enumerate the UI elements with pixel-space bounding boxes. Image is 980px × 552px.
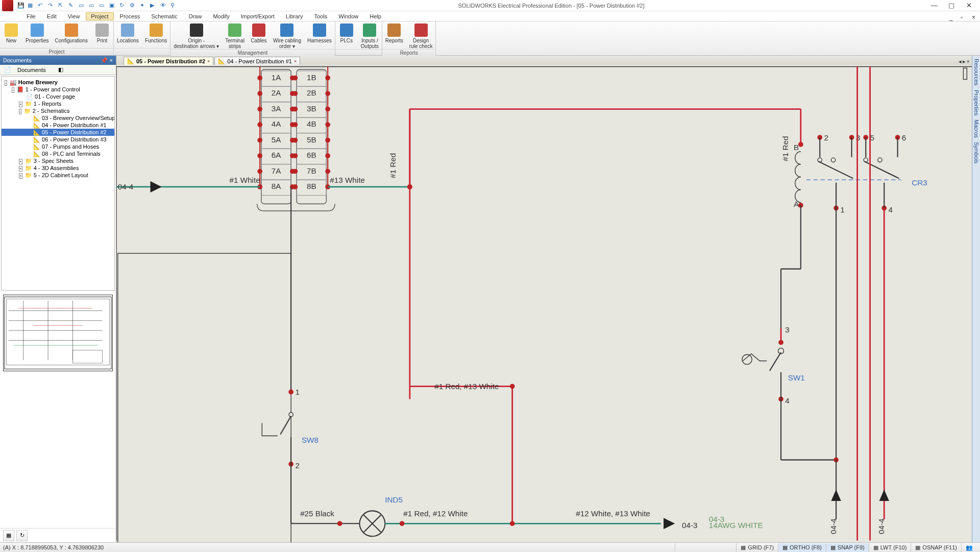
minimize-button[interactable]: — [927, 1, 941, 10]
menu-tools[interactable]: Tools [309, 12, 332, 20]
qat-icon[interactable]: ✎ [68, 2, 76, 9]
menu-modify[interactable]: Modify [208, 12, 234, 20]
ribbon-button[interactable]: Locations [114, 21, 142, 48]
menu-edit[interactable]: Edit [42, 12, 62, 20]
tab-close-icon[interactable]: × [967, 58, 970, 65]
mdi-minimize-icon[interactable]: _ [944, 13, 954, 20]
ribbon-button[interactable]: Configurations [52, 21, 91, 48]
menu-import-export[interactable]: Import/Export [236, 12, 280, 20]
mdi-restore-icon[interactable]: ▫ [955, 13, 966, 20]
status-toggle[interactable]: ▦SNAP (F9) [826, 543, 869, 552]
status-toggle[interactable]: ▦ORTHO (F8) [778, 543, 826, 552]
tree-item[interactable]: + 📁 4 - 3D Assemblies [2, 164, 114, 172]
doc-tab[interactable]: 📐 04 - Power Distribution #1 × [214, 57, 300, 65]
tree-item[interactable]: - 📁 2 - Schematics [2, 107, 114, 114]
ribbon-button[interactable]: Terminal strips [222, 21, 248, 49]
mdi-close-icon[interactable]: × [967, 13, 977, 20]
qat-icon[interactable]: ↻ [119, 2, 127, 9]
tree-item[interactable]: + 📁 5 - 2D Cabinet Layout [2, 172, 114, 179]
menu-schematic[interactable]: Schematic [146, 12, 182, 20]
qat-icon[interactable]: ✦ [140, 2, 147, 9]
schematic-canvas[interactable]: 1A1B2A2B3A3B4A4B5A5B6A6B7A7B8A8B#1 White… [116, 65, 972, 542]
status-users-icon[interactable]: 👥 [961, 543, 977, 552]
qat-icon[interactable]: ⚲ [170, 2, 178, 9]
documents-panel: Documents 📌 × 📄 Documents ◧ - 🏭 Home Bre… [0, 56, 116, 542]
ribbon-button[interactable]: Properties [22, 21, 52, 48]
ribbon-button[interactable]: Functions [142, 21, 170, 48]
tree-expander-icon[interactable]: + [19, 173, 22, 179]
panel-close-icon[interactable]: × [110, 57, 113, 64]
tab-prev-icon[interactable]: ◂ [959, 58, 962, 65]
pin-icon[interactable]: 📌 [101, 57, 108, 64]
qat-icon[interactable]: ▶ [150, 2, 157, 9]
rail-properties[interactable]: Properties [973, 90, 979, 115]
tree-item[interactable]: 📄 01 - Cover page [2, 93, 114, 100]
documents-panel-header[interactable]: Documents 📌 × [0, 56, 116, 65]
qat-redo-icon[interactable]: ↷ [48, 2, 55, 9]
ribbon-button[interactable]: Print [91, 21, 113, 48]
tree-item[interactable]: 📐 07 - Pumps and Hoses [2, 143, 114, 150]
tree-expander-icon[interactable]: - [19, 109, 21, 114]
qat-new-icon[interactable]: ▦ [28, 2, 35, 9]
menu-process[interactable]: Process [115, 12, 145, 20]
ribbon-button[interactable]: PLCs [335, 21, 358, 49]
menu-project[interactable]: Project [86, 12, 113, 20]
tree-item[interactable]: 📐 04 - Power Distribution #1 [2, 122, 114, 129]
ribbon-button[interactable]: Origin - destination arrows ▾ [170, 21, 222, 49]
tree-item[interactable]: 📐 05 - Power Distribution #2 [2, 129, 114, 136]
qat-icon[interactable]: ▭ [99, 2, 106, 9]
close-button[interactable]: ✕ [962, 1, 976, 10]
qat-icon[interactable]: ⇱ [58, 2, 65, 9]
ribbon-button[interactable]: Design rule check [406, 21, 436, 49]
drawing-thumbnail[interactable] [3, 295, 113, 371]
tree-item[interactable]: + 📁 3 - Spec Sheets [2, 157, 114, 164]
qat-icon[interactable]: ▭ [89, 2, 96, 9]
qat-icon[interactable]: ▣ [109, 2, 116, 9]
rail-symbols[interactable]: Symbols [973, 142, 979, 163]
status-toggle[interactable]: ▦LWT (F10) [869, 543, 911, 552]
tree-item[interactable]: 📐 06 - Power Distribution #3 [2, 136, 114, 143]
tree-expander-icon[interactable]: + [19, 159, 22, 164]
rail-resources[interactable]: Resources [973, 59, 979, 86]
qat-icon[interactable]: 👁 [160, 2, 167, 9]
svg-text:04-4: 04-4 [118, 182, 134, 191]
ribbon-button[interactable]: New [0, 21, 22, 48]
doc-tab-close-icon[interactable]: × [294, 59, 297, 64]
qat-save-icon[interactable]: 💾 [17, 2, 24, 9]
tree-item[interactable]: 📐 08 - PLC and Terminals [2, 150, 114, 157]
ribbon-button[interactable]: Cables [248, 21, 270, 49]
menu-draw[interactable]: Draw [184, 12, 207, 20]
qat-icon[interactable]: ⚙ [130, 2, 137, 9]
ribbon-button[interactable]: Reports [382, 21, 406, 49]
tree-expander-icon[interactable]: - [12, 87, 14, 93]
rail-macros[interactable]: Macros [973, 119, 979, 138]
panel-tab-documents[interactable]: 📄 Documents [0, 65, 54, 75]
tab-next-icon[interactable]: ▸ [963, 58, 966, 65]
tree-item[interactable]: 📐 03 - Brewery Overview/Setup [2, 114, 114, 122]
qat-icon[interactable]: ▭ [79, 2, 86, 9]
ribbon-button[interactable]: Harnesses [304, 21, 335, 49]
panel-btn-refresh[interactable]: ↻ [16, 530, 28, 541]
menu-library[interactable]: Library [281, 12, 308, 20]
tree-expander-icon[interactable]: + [19, 102, 22, 107]
ribbon-button[interactable]: Inputs / Outputs [358, 21, 382, 49]
documents-tree[interactable]: - 🏭 Home Brewery- 📕 1 - Power and Contro… [1, 76, 115, 291]
status-toggle[interactable]: ▦OSNAP (F11) [911, 543, 961, 552]
tree-expander-icon[interactable]: - [5, 80, 7, 86]
menu-file[interactable]: File [21, 12, 41, 20]
ribbon-button[interactable]: Wire cabling order ▾ [270, 21, 304, 49]
tree-item[interactable]: - 📕 1 - Power and Control [2, 86, 114, 93]
maximize-button[interactable]: ▢ [944, 1, 959, 10]
tree-expander-icon[interactable]: + [19, 166, 22, 172]
panel-btn-1[interactable]: ▦ [3, 530, 14, 541]
doc-tab-close-icon[interactable]: × [207, 59, 210, 64]
tree-item[interactable]: - 🏭 Home Brewery [2, 79, 114, 86]
panel-tab-other[interactable]: ◧ [54, 65, 67, 74]
qat-undo-icon[interactable]: ↶ [38, 2, 45, 9]
doc-tab-active[interactable]: 📐 05 - Power Distribution #2 × [124, 57, 213, 65]
tree-item[interactable]: + 📁 1 - Reports [2, 100, 114, 107]
menu-view[interactable]: View [63, 12, 85, 20]
menu-help[interactable]: Help [364, 12, 386, 20]
menu-window[interactable]: Window [333, 12, 363, 20]
status-toggle[interactable]: ▦GRID (F7) [736, 543, 778, 552]
